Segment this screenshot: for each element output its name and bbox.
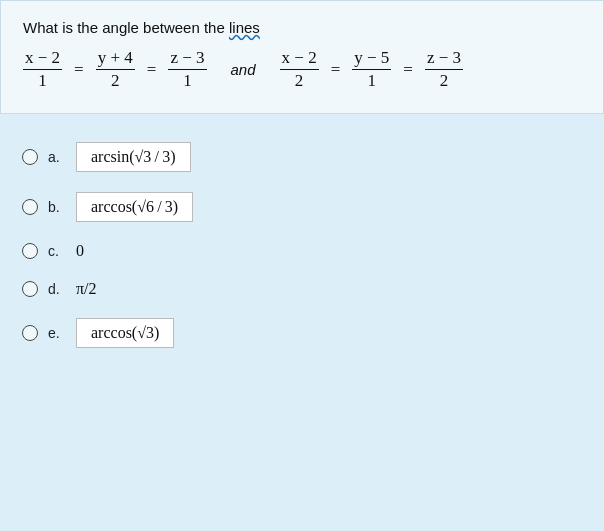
line1-frac2-num: y + 4 [96, 48, 135, 70]
line1-frac1-num: x − 2 [23, 48, 62, 70]
line2-frac3-den: 2 [430, 70, 458, 91]
line2-frac2: y − 5 1 [352, 48, 391, 91]
question-title: What is the angle between the lines [23, 19, 581, 36]
option-content-b: arccos(√6 / 3) [76, 192, 193, 222]
line1-frac1-den: 1 [29, 70, 57, 91]
eq-sign-2: = [145, 60, 159, 80]
line1-frac3-den: 1 [173, 70, 201, 91]
option-label-b: b. [48, 199, 66, 215]
equation-row: x − 2 1 = y + 4 2 = z − 3 1 and x − 2 2 … [23, 48, 581, 91]
eq-sign-1: = [72, 60, 86, 80]
line1-frac2-den: 2 [101, 70, 129, 91]
option-content-a: arcsin(√3 / 3) [76, 142, 191, 172]
line2-frac1-num: x − 2 [280, 48, 319, 70]
option-row-d[interactable]: d. π/2 [22, 270, 582, 308]
option-text-a: arcsin(√3 / 3) [91, 148, 176, 166]
option-row-b[interactable]: b. arccos(√6 / 3) [22, 182, 582, 232]
eq-sign-4: = [401, 60, 415, 80]
line2-frac2-den: 1 [358, 70, 386, 91]
option-label-d: d. [48, 281, 66, 297]
option-content-e: arccos(√3) [76, 318, 174, 348]
line2-frac1-den: 2 [285, 70, 313, 91]
line1-frac3-num: z − 3 [168, 48, 206, 70]
radio-b[interactable] [22, 199, 38, 215]
line2-fractions: x − 2 2 = y − 5 1 = z − 3 2 [280, 48, 464, 91]
line1-frac2: y + 4 2 [96, 48, 135, 91]
radio-c[interactable] [22, 243, 38, 259]
question-text-part1: What is the angle between the [23, 19, 229, 36]
option-text-d: π/2 [76, 280, 97, 298]
line2-frac3-num: z − 3 [425, 48, 463, 70]
option-text-b: arccos(√6 / 3) [91, 198, 178, 216]
question-box: What is the angle between the lines x − … [0, 0, 604, 114]
and-text: and [225, 61, 262, 78]
options-area: a. arcsin(√3 / 3) b. arccos(√6 / 3) c. 0… [0, 132, 604, 358]
line2-frac1: x − 2 2 [280, 48, 319, 91]
line2-frac3: z − 3 2 [425, 48, 463, 91]
radio-d[interactable] [22, 281, 38, 297]
option-text-c: 0 [76, 242, 84, 260]
line1-frac1: x − 2 1 [23, 48, 62, 91]
eq-sign-3: = [329, 60, 343, 80]
question-text-lines: lines [229, 19, 260, 36]
line2-frac2-num: y − 5 [352, 48, 391, 70]
option-label-c: c. [48, 243, 66, 259]
option-row-a[interactable]: a. arcsin(√3 / 3) [22, 132, 582, 182]
line1-fractions: x − 2 1 = y + 4 2 = z − 3 1 [23, 48, 207, 91]
option-label-a: a. [48, 149, 66, 165]
option-label-e: e. [48, 325, 66, 341]
option-text-e: arccos(√3) [91, 324, 159, 342]
line1-frac3: z − 3 1 [168, 48, 206, 91]
radio-a[interactable] [22, 149, 38, 165]
radio-e[interactable] [22, 325, 38, 341]
option-row-e[interactable]: e. arccos(√3) [22, 308, 582, 358]
option-row-c[interactable]: c. 0 [22, 232, 582, 270]
